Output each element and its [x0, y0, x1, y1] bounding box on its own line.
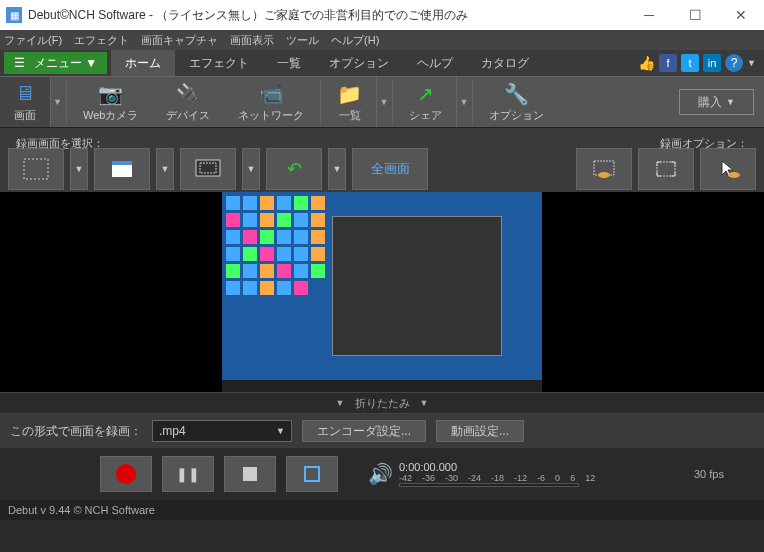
tab-effects[interactable]: エフェクト: [175, 50, 263, 76]
share-icon: ↗: [417, 82, 434, 106]
twitter-icon[interactable]: t: [681, 54, 699, 72]
menu-screen-display[interactable]: 画面表示: [230, 33, 274, 48]
record-button[interactable]: [100, 456, 152, 492]
svg-rect-7: [657, 162, 675, 176]
tool-share-dropdown[interactable]: ▼: [456, 77, 470, 127]
folder-icon: 📁: [337, 82, 362, 106]
snapshot-icon: [304, 466, 320, 482]
tool-share-label: シェア: [409, 108, 442, 123]
tool-list-dropdown[interactable]: ▼: [376, 77, 390, 127]
stop-button[interactable]: [224, 456, 276, 492]
facebook-icon[interactable]: f: [659, 54, 677, 72]
help-icon[interactable]: ?: [725, 54, 743, 72]
fps-display: 30 fps: [694, 468, 754, 480]
pause-icon: [176, 466, 200, 482]
window-select-dropdown[interactable]: ▼: [156, 148, 174, 190]
tool-screen-label: 画面: [14, 108, 36, 123]
select-screen-label: 録画画面を選択：: [16, 136, 104, 151]
region-select-dropdown[interactable]: ▼: [70, 148, 88, 190]
audio-meter: 0:00:00.000 -42-36-30-24-18-12-60612: [399, 461, 595, 487]
main-menu-button[interactable]: メニュー ▼: [4, 52, 107, 74]
preview-thumbnail: [222, 192, 542, 392]
refresh-icon: ↶: [287, 158, 302, 180]
format-dropdown[interactable]: .mp4 ▼: [152, 420, 292, 442]
triangle-down-icon: ▼: [420, 398, 429, 408]
tool-device-label: デバイス: [166, 108, 210, 123]
tool-screen-dropdown[interactable]: ▼: [50, 77, 64, 127]
collapse-label: 折りたたみ: [355, 396, 410, 411]
status-bar: Debut v 9.44 © NCH Software: [0, 500, 764, 520]
tool-share[interactable]: ↗ シェア: [395, 77, 456, 127]
toolbar-dropdown-icon[interactable]: ▼: [747, 58, 756, 68]
menu-effects[interactable]: エフェクト: [74, 33, 129, 48]
monitor-select-dropdown[interactable]: ▼: [242, 148, 260, 190]
tool-options[interactable]: 🔧 オプション: [475, 77, 558, 127]
record-options-label: 録画オプション：: [660, 136, 748, 151]
menu-file[interactable]: ファイル(F): [4, 33, 62, 48]
window-select-button[interactable]: [94, 148, 150, 190]
buy-button[interactable]: 購入 ▼: [679, 89, 754, 115]
tool-device[interactable]: 🔌 デバイス: [152, 77, 224, 127]
tool-network-label: ネットワーク: [238, 108, 304, 123]
collapse-bar[interactable]: ▼ 折りたたみ ▼: [0, 392, 764, 414]
show-selection-button[interactable]: [576, 148, 632, 190]
meter-ticks: -42-36-30-24-18-12-60612: [399, 473, 595, 483]
tab-catalog[interactable]: カタログ: [467, 50, 543, 76]
tool-network[interactable]: 📹 ネットワーク: [224, 77, 318, 127]
tool-webcam[interactable]: 📷 Webカメラ: [69, 77, 152, 127]
tab-list[interactable]: 一覧: [263, 50, 315, 76]
tab-home[interactable]: ホーム: [111, 50, 175, 76]
show-region-button[interactable]: [638, 148, 694, 190]
tool-list-label: 一覧: [339, 108, 361, 123]
menu-tools[interactable]: ツール: [286, 33, 319, 48]
speaker-icon[interactable]: 🔊: [368, 462, 393, 486]
stop-icon: [243, 467, 257, 481]
tool-screen[interactable]: 🖥 画面: [0, 77, 50, 127]
format-label: この形式で画面を録画：: [10, 423, 142, 440]
window-title: Debut©NCH Software - （ライセンス無し）ご家庭での非営利目的…: [28, 7, 626, 24]
show-cursor-button[interactable]: [700, 148, 756, 190]
tab-options[interactable]: オプション: [315, 50, 403, 76]
main-menu-label: メニュー ▼: [34, 55, 97, 72]
linkedin-icon[interactable]: in: [703, 54, 721, 72]
fullscreen-button[interactable]: 全画面: [352, 148, 428, 190]
format-value: .mp4: [159, 424, 186, 438]
chevron-down-icon: ▼: [276, 426, 285, 436]
svg-point-6: [598, 172, 610, 178]
device-icon: 🔌: [176, 82, 201, 106]
hamburger-icon: [14, 56, 28, 70]
network-icon: 📹: [259, 82, 284, 106]
preview-area: [0, 192, 764, 392]
like-icon[interactable]: 👍: [637, 54, 655, 72]
options-row: 録画画面を選択： ▼ ▼ ▼ ↶ ▼ 全画面 録画オプション：: [0, 128, 764, 192]
time-display: 0:00:00.000: [399, 461, 595, 473]
close-button[interactable]: ✕: [718, 0, 764, 30]
main-toolbar: 🖥 画面 ▼ 📷 Webカメラ 🔌 デバイス 📹 ネットワーク 📁 一覧 ▼ ↗…: [0, 76, 764, 128]
tab-bar: メニュー ▼ ホーム エフェクト 一覧 オプション ヘルプ カタログ 👍 f t…: [0, 50, 764, 76]
webcam-icon: 📷: [98, 82, 123, 106]
maximize-button[interactable]: ☐: [672, 0, 718, 30]
status-text: Debut v 9.44 © NCH Software: [8, 504, 155, 516]
refresh-dropdown[interactable]: ▼: [328, 148, 346, 190]
encoder-settings-button[interactable]: エンコーダ設定...: [302, 420, 426, 442]
tool-options-label: オプション: [489, 108, 544, 123]
menu-screen-capture[interactable]: 画面キャプチャ: [141, 33, 218, 48]
monitor-select-button[interactable]: [180, 148, 236, 190]
buy-label: 購入: [698, 94, 722, 111]
screen-icon: 🖥: [15, 82, 35, 106]
menu-help[interactable]: ヘルプ(H): [331, 33, 379, 48]
minimize-button[interactable]: ─: [626, 0, 672, 30]
title-bar: ▦ Debut©NCH Software - （ライセンス無し）ご家庭での非営利…: [0, 0, 764, 30]
pause-button[interactable]: [162, 456, 214, 492]
refresh-button[interactable]: ↶: [266, 148, 322, 190]
region-select-button[interactable]: [8, 148, 64, 190]
snapshot-button[interactable]: [286, 456, 338, 492]
tab-help[interactable]: ヘルプ: [403, 50, 467, 76]
video-settings-button[interactable]: 動画設定...: [436, 420, 524, 442]
svg-point-8: [728, 172, 740, 178]
tool-list[interactable]: 📁 一覧: [323, 77, 376, 127]
controls-row: 🔊 0:00:00.000 -42-36-30-24-18-12-60612 3…: [0, 448, 764, 500]
svg-rect-0: [24, 159, 48, 179]
settings-row: この形式で画面を録画： .mp4 ▼ エンコーダ設定... 動画設定...: [0, 414, 764, 448]
wrench-icon: 🔧: [504, 82, 529, 106]
